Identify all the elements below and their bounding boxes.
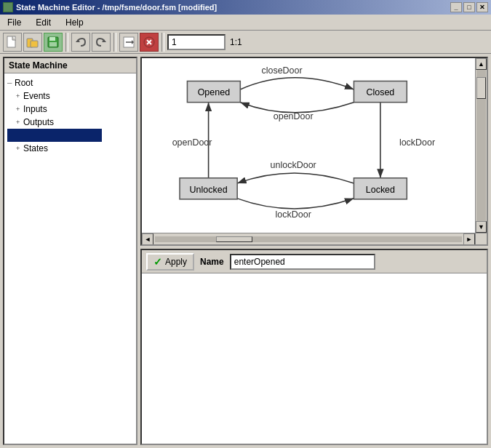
code-editor[interactable] [142,273,487,444]
hscroll-track [155,236,462,242]
save-icon [47,36,60,49]
expander-events[interactable]: + [16,92,23,100]
toolbar-separator-3 [161,33,164,52]
main-area: State Machine ─ Root + Events + Inputs [0,54,491,448]
tree-item-events[interactable]: + Events [7,89,133,103]
horizontal-scrollbar[interactable]: ◄ ► [142,233,475,244]
name-label: Name [200,257,224,267]
scroll-right-button[interactable]: ► [463,233,475,245]
state-unlocked-label: Unlocked [190,185,228,195]
toolbar-separator-2 [113,33,116,52]
minimize-button[interactable]: _ [450,2,462,12]
tree-item-states[interactable]: + States [7,142,133,155]
redo-button[interactable] [92,33,111,52]
tree-label-events: Events [23,91,50,101]
close-button[interactable]: ✕ [476,2,488,12]
title-bar-left: State Machine Editor - /tmp/fsme/door.fs… [3,2,217,12]
tree-label-outputs-child [25,130,99,140]
new-icon [6,36,19,49]
transition-openDoor-label: openDoor [274,111,314,121]
bottom-panel: ✓ Apply Name [140,249,488,445]
name-input[interactable] [230,254,375,270]
expander-inputs[interactable]: + [16,105,23,113]
tree-item-outputs-child[interactable] [7,129,102,142]
menu-bar: File Edit Help [0,15,491,31]
expander-states[interactable]: + [16,145,23,152]
zoom-input[interactable] [167,34,225,50]
bottom-toolbar: ✓ Apply Name [142,250,487,273]
transition-openDoor2-label: openDoor [172,137,212,148]
window-title: State Machine Editor - /tmp/fsme/door.fs… [16,3,217,12]
svg-rect-4 [49,37,55,41]
left-panel: State Machine ─ Root + Events + Inputs [3,57,137,445]
tree-item-inputs[interactable]: + Inputs [7,103,133,116]
save-button[interactable] [44,33,63,52]
open-icon [26,36,39,49]
transition-unlockDoor-label: unlockDoor [271,160,316,170]
right-panel: closeDoor openDoor lockDoor openDoor unl… [140,57,488,445]
tree-container: ─ Root + Events + Inputs + Outputs [4,73,136,444]
menu-edit[interactable]: Edit [31,16,55,29]
scroll-left-button[interactable]: ◄ [142,233,153,245]
state-diagram: closeDoor openDoor lockDoor openDoor unl… [142,58,475,233]
title-bar-controls[interactable]: _ □ ✕ [450,2,488,12]
toolbar: 1:1 [0,31,491,54]
svg-rect-5 [49,42,57,47]
svg-rect-0 [7,36,15,47]
menu-file[interactable]: File [3,16,25,29]
hscroll-thumb[interactable] [216,236,252,242]
zoom-label: 1:1 [230,37,242,47]
tree-label-outputs: Outputs [23,117,54,127]
open-button[interactable] [23,33,42,52]
scroll-down-button[interactable]: ▼ [476,221,487,233]
export-icon [122,36,135,49]
tree-label-states: States [23,143,48,153]
scrollbar-corner [475,233,487,244]
tree-label-inputs: Inputs [23,104,47,114]
stop-button[interactable] [140,33,159,52]
transition-lockDoor2-label: lockDoor [276,209,311,220]
toolbar-separator-1 [65,33,68,52]
expander-root: ─ [7,79,15,87]
check-icon: ✓ [153,256,162,268]
tree-label-root: Root [15,78,33,88]
tree-item-root[interactable]: ─ Root [7,76,133,89]
undo-button[interactable] [71,33,90,52]
state-closed-label: Closed [366,87,394,97]
state-locked-label: Locked [366,185,395,195]
scroll-up-button[interactable]: ▲ [476,58,487,70]
new-button[interactable] [3,33,22,52]
app-icon [3,2,13,12]
redo-icon [95,36,108,49]
vertical-scrollbar[interactable]: ▲ ▼ [475,58,487,233]
canvas-area[interactable]: closeDoor openDoor lockDoor openDoor unl… [140,57,488,246]
stop-icon [143,36,156,49]
export-button[interactable] [119,33,138,52]
svg-rect-2 [31,41,38,47]
undo-icon [74,36,87,49]
maximize-button[interactable]: □ [463,2,475,12]
panel-header: State Machine [4,58,136,73]
apply-button[interactable]: ✓ Apply [146,253,194,271]
menu-help[interactable]: Help [61,16,88,29]
transition-lockDoor-label: lockDoor [399,137,435,148]
vscroll-thumb[interactable] [476,77,486,99]
tree-item-outputs[interactable]: + Outputs [7,116,133,129]
apply-label: Apply [165,257,187,267]
transition-closeDoor-label: closeDoor [261,65,302,76]
title-bar: State Machine Editor - /tmp/fsme/door.fs… [0,0,491,15]
expander-outputs[interactable]: + [16,119,23,126]
state-opened-label: Opened [198,87,230,97]
